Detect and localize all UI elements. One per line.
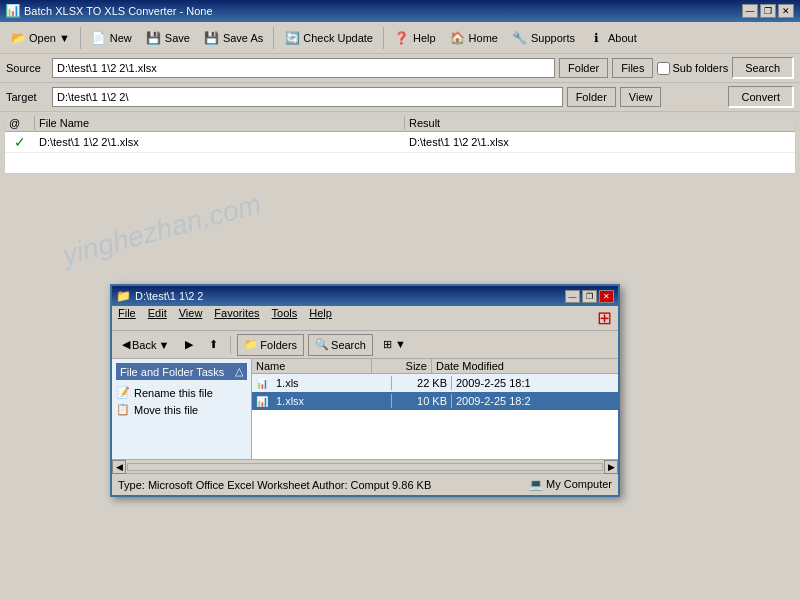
back-icon: ◀ — [122, 338, 130, 351]
open-button[interactable]: 📂 Open ▼ — [4, 25, 76, 51]
file-list-area: @ File Name Result ✓ D:\test\1 1\2 2\1.x… — [4, 114, 796, 174]
explorer-file-row-xlsx[interactable]: 📊 1.xlsx 10 KB 2009-2-25 18:2 — [252, 392, 618, 410]
explorer-file-row-xls[interactable]: 📊 1.xls 22 KB 2009-2-25 18:1 — [252, 374, 618, 392]
about-button[interactable]: ℹ About — [583, 25, 643, 51]
source-input[interactable] — [52, 58, 555, 78]
forward-icon: ▶ — [185, 338, 193, 351]
new-label: New — [110, 32, 132, 44]
target-label: Target — [6, 91, 48, 103]
sep-2 — [273, 27, 274, 49]
back-button[interactable]: ◀ Back ▼ — [116, 334, 175, 356]
subfolders-checkbox[interactable] — [657, 62, 670, 75]
exp-col-name-header: Name — [252, 359, 372, 373]
restore-button[interactable]: ❐ — [760, 4, 776, 18]
col-at-header: @ — [5, 116, 35, 130]
explorer-search-label: Search — [331, 339, 366, 351]
subfolders-text: Sub folders — [672, 62, 728, 74]
new-button[interactable]: 📄 New — [85, 25, 138, 51]
scroll-left-button[interactable]: ◀ — [112, 460, 126, 474]
home-label: Home — [469, 32, 498, 44]
file-list-header: @ File Name Result — [5, 115, 795, 132]
subfolders-label: Sub folders — [657, 62, 728, 75]
explorer-file-header: Name Size Date Modified — [252, 359, 618, 374]
target-folder-button[interactable]: Folder — [567, 87, 616, 107]
col-name-header: File Name — [35, 116, 405, 130]
exp-col-date-header: Date Modified — [432, 359, 618, 373]
move-file-item[interactable]: 📋 Move this file — [116, 401, 247, 418]
forward-button[interactable]: ▶ — [179, 334, 199, 356]
explorer-menu-view[interactable]: View — [179, 307, 203, 329]
xlsx-file-icon: 📊 — [254, 393, 270, 409]
about-icon: ℹ — [589, 30, 605, 46]
save-as-label: Save As — [223, 32, 263, 44]
xlsx-filename: 1.xlsx — [272, 394, 392, 408]
search-button[interactable]: Search — [732, 57, 794, 79]
supports-button[interactable]: 🔧 Supports — [506, 25, 581, 51]
folders-button[interactable]: 📁 Folders — [237, 334, 304, 356]
xls-size: 22 KB — [392, 376, 452, 390]
check-update-icon: 🔄 — [284, 30, 300, 46]
explorer-restore-button[interactable]: ❐ — [582, 290, 597, 303]
back-label: Back — [132, 339, 156, 351]
sidebar-collapse-icon[interactable]: △ — [235, 365, 243, 378]
rename-label: Rename this file — [134, 387, 213, 399]
open-label: Open — [29, 32, 56, 44]
explorer-menu-tools[interactable]: Tools — [272, 307, 298, 329]
home-button[interactable]: 🏠 Home — [444, 25, 504, 51]
explorer-toolbar: ◀ Back ▼ ▶ ⬆ 📁 Folders 🔍 Search ⊞ ▼ — [112, 331, 618, 359]
explorer-search-button[interactable]: 🔍 Search — [308, 334, 373, 356]
target-row: Target Folder View Convert — [0, 83, 800, 112]
supports-icon: 🔧 — [512, 30, 528, 46]
save-icon: 💾 — [146, 30, 162, 46]
move-icon: 📋 — [116, 403, 130, 416]
up-icon: ⬆ — [209, 338, 218, 351]
check-update-button[interactable]: 🔄 Check Update — [278, 25, 379, 51]
home-icon: 🏠 — [450, 30, 466, 46]
explorer-menu-help[interactable]: Help — [309, 307, 332, 329]
source-label: Source — [6, 62, 48, 74]
save-button[interactable]: 💾 Save — [140, 25, 196, 51]
explorer-close-button[interactable]: ✕ — [599, 290, 614, 303]
open-dropdown-icon[interactable]: ▼ — [59, 32, 70, 44]
check-update-label: Check Update — [303, 32, 373, 44]
windows-logo-icon: ⊞ — [597, 307, 612, 329]
explorer-menu-favorites[interactable]: Favorites — [214, 307, 259, 329]
scroll-right-button[interactable]: ▶ — [604, 460, 618, 474]
about-label: About — [608, 32, 637, 44]
view-options-button[interactable]: ⊞ ▼ — [377, 334, 412, 356]
computer-icon: 💻 — [529, 478, 543, 490]
toolbar: 📂 Open ▼ 📄 New 💾 Save 💾 Save As 🔄 Check … — [0, 22, 800, 54]
col-result-header: Result — [405, 116, 795, 130]
rename-file-item[interactable]: 📝 Rename this file — [116, 384, 247, 401]
status-right-text: My Computer — [546, 478, 612, 490]
exp-col-size-header: Size — [372, 359, 432, 373]
target-input[interactable] — [52, 87, 563, 107]
app-icon: 📊 — [6, 4, 20, 18]
source-row: Source Folder Files Sub folders Search — [0, 54, 800, 83]
status-right: 💻 My Computer — [529, 478, 612, 491]
up-button[interactable]: ⬆ — [203, 334, 224, 356]
explorer-minimize-button[interactable]: — — [565, 290, 580, 303]
convert-button[interactable]: Convert — [728, 86, 794, 108]
source-folder-button[interactable]: Folder — [559, 58, 608, 78]
watermark: yinghezhan.com — [59, 188, 264, 272]
help-icon: ❓ — [394, 30, 410, 46]
help-button[interactable]: ❓ Help — [388, 25, 442, 51]
explorer-menu-file[interactable]: File — [118, 307, 136, 329]
target-view-button[interactable]: View — [620, 87, 662, 107]
minimize-button[interactable]: — — [742, 4, 758, 18]
horizontal-scrollbar[interactable]: ◀ ▶ — [112, 459, 618, 473]
explorer-menu-edit[interactable]: Edit — [148, 307, 167, 329]
sep-3 — [383, 27, 384, 49]
explorer-content: File and Folder Tasks △ 📝 Rename this fi… — [112, 359, 618, 459]
explorer-file-list: Name Size Date Modified 📊 1.xls 22 KB 20… — [252, 359, 618, 459]
row-name: D:\test\1 1\2 2\1.xlsx — [35, 135, 405, 149]
save-as-button[interactable]: 💾 Save As — [198, 25, 269, 51]
back-dropdown-icon: ▼ — [158, 339, 169, 351]
close-button[interactable]: ✕ — [778, 4, 794, 18]
source-files-button[interactable]: Files — [612, 58, 653, 78]
scroll-track — [127, 463, 603, 471]
table-row[interactable]: ✓ D:\test\1 1\2 2\1.xlsx D:\test\1 1\2 2… — [5, 132, 795, 153]
xls-date: 2009-2-25 18:1 — [452, 376, 618, 390]
xls-filename: 1.xls — [272, 376, 392, 390]
